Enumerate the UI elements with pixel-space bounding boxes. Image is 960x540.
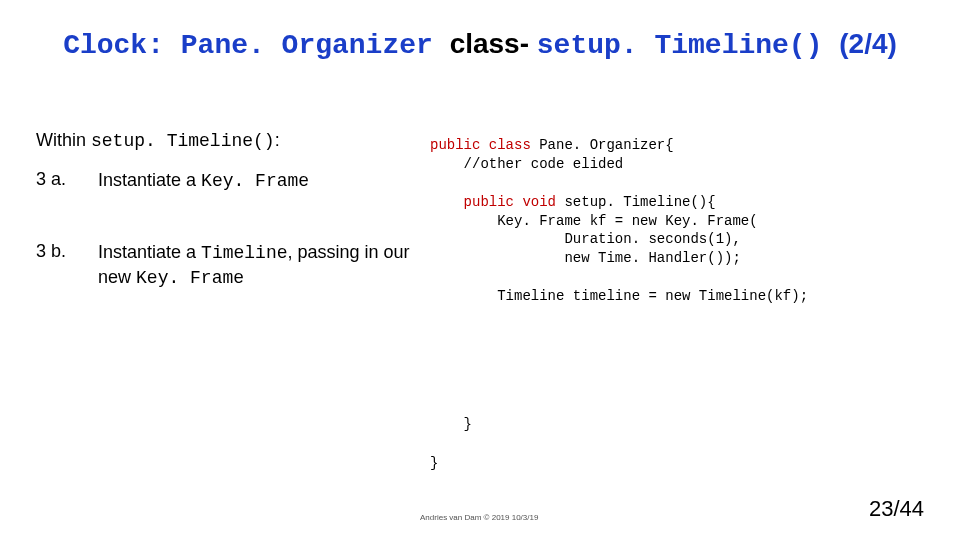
- title-method: setup. Timeline(): [537, 30, 839, 61]
- step-3a-code: Key. Frame: [201, 171, 309, 191]
- step-3b-code1: Timeline: [201, 243, 287, 263]
- title-class-word: class-: [450, 28, 537, 59]
- title-prefix: Clock: Pane. Organizer: [63, 30, 449, 61]
- code-block: public class Pane. Organizer{ //other co…: [430, 136, 950, 306]
- copyright-text: Andries van Dam © 2019 10/3/19: [420, 513, 538, 522]
- intro-method: setup. Timeline(): [91, 131, 275, 151]
- step-3b-code2: Key. Frame: [136, 268, 244, 288]
- step-3b: 3 b. Instantiate a Timeline, passing in …: [36, 241, 416, 290]
- code-close2: }: [430, 455, 438, 471]
- left-column: Within setup. Timeline(): 3 a. Instantia…: [36, 130, 416, 338]
- intro-line: Within setup. Timeline():: [36, 130, 416, 151]
- step-3b-body: Instantiate a Timeline, passing in our n…: [98, 241, 416, 290]
- step-3a-body: Instantiate a Key. Frame: [98, 169, 416, 193]
- code-l7: new Time. Handler());: [430, 250, 741, 266]
- step-3a-number: 3 a.: [36, 169, 98, 193]
- step-3b-number: 3 b.: [36, 241, 98, 290]
- code-l5: Key. Frame kf = new Key. Frame(: [430, 213, 758, 229]
- kw-public-class: public class: [430, 137, 539, 153]
- code-l2: //other code elided: [430, 156, 623, 172]
- code-l4b: setup. Timeline(){: [564, 194, 715, 210]
- slide: Clock: Pane. Organizer class- setup. Tim…: [0, 0, 960, 540]
- kw-public-void: public void: [430, 194, 564, 210]
- step-3a: 3 a. Instantiate a Key. Frame: [36, 169, 416, 193]
- code-close-braces: } }: [430, 415, 472, 474]
- slide-title: Clock: Pane. Organizer class- setup. Tim…: [0, 28, 960, 61]
- step-3b-pre1: Instantiate a: [98, 242, 201, 262]
- step-3a-pre: Instantiate a: [98, 170, 201, 190]
- title-suffix: (2/4): [839, 28, 897, 59]
- code-l9: Timeline timeline = new Timeline(kf);: [430, 288, 808, 304]
- page-number: 23/44: [869, 496, 924, 522]
- code-l6: Duration. seconds(1),: [430, 231, 741, 247]
- intro-colon: :: [275, 130, 280, 150]
- intro-within: Within: [36, 130, 91, 150]
- code-close1: }: [430, 416, 472, 432]
- code-l1b: Pane. Organizer{: [539, 137, 673, 153]
